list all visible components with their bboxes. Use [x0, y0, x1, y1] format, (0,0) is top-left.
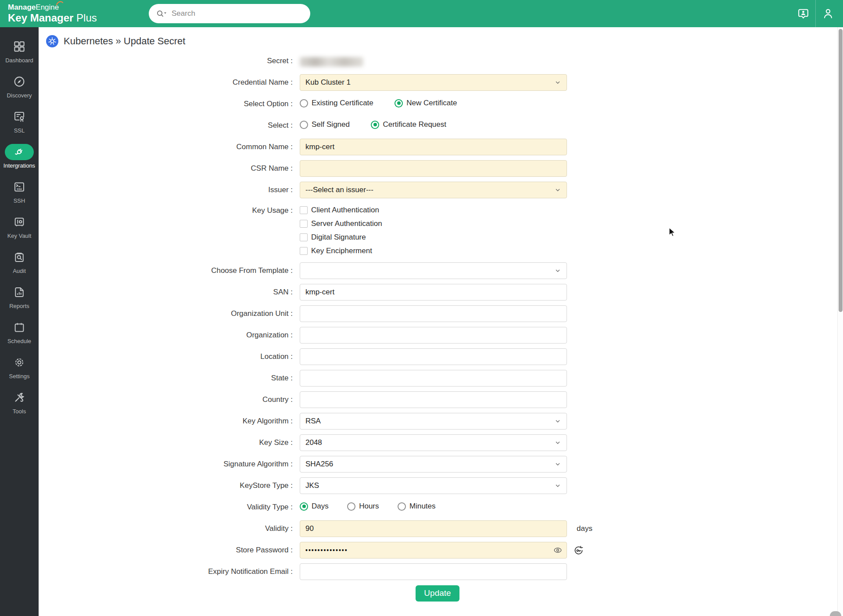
row-update: Update — [39, 585, 838, 602]
clipboard-search-icon — [13, 249, 26, 265]
organization-input[interactable] — [300, 327, 567, 344]
vertical-scrollbar[interactable] — [837, 27, 843, 616]
radio-hours[interactable]: Hours — [347, 502, 379, 511]
report-chart-icon — [13, 284, 26, 301]
select-label: Select — [39, 121, 300, 130]
expiry-email-label: Expiry Notification Email — [39, 567, 300, 576]
sidebar-item-audit[interactable]: Audit — [0, 244, 39, 279]
radio-minutes[interactable]: Minutes — [398, 502, 436, 511]
validity-type-label: Validity Type — [39, 503, 300, 512]
common-name-label: Common Name — [39, 143, 300, 151]
sidebar-item-key-vault[interactable]: Key Vault — [0, 209, 39, 244]
update-button[interactable]: Update — [416, 585, 459, 602]
sidebar-item-ssh[interactable]: SSH SSH — [0, 174, 39, 209]
store-password-input[interactable]: •••••••••••••• — [300, 542, 567, 559]
account-person-icon[interactable] — [816, 0, 840, 27]
key-size-select[interactable]: 2048 — [300, 434, 567, 451]
row-expiry-email: Expiry Notification Email — [39, 563, 838, 580]
radio-circle — [300, 121, 308, 129]
checkbox-key-encipherment[interactable]: Key Encipherment — [300, 244, 567, 258]
row-country: Country — [39, 391, 838, 408]
checkbox-digital-signature[interactable]: Digital Signature — [300, 230, 567, 244]
row-common-name: Common Name — [39, 139, 838, 155]
sidebar-item-tools[interactable]: Tools — [0, 384, 39, 419]
country-input[interactable] — [300, 391, 567, 408]
brand-manage: Manage — [8, 3, 36, 11]
radio-existing-certificate[interactable]: Existing Certificate — [300, 99, 373, 107]
user-assist-icon[interactable] — [791, 0, 815, 27]
app-header: ManageEngine Key Manager Plus — [0, 0, 843, 27]
breadcrumb-app[interactable]: Kubernetes — [64, 36, 113, 47]
validity-label: Validity — [39, 524, 300, 533]
signature-algorithm-label: Signature Algorithm — [39, 460, 300, 469]
breadcrumb-separator: » — [116, 36, 121, 47]
choose-template-select[interactable] — [300, 262, 567, 279]
compass-icon — [13, 74, 26, 90]
update-secret-form: Secret Credential Name Kub Cluster 1 Sel… — [39, 53, 838, 602]
san-input[interactable] — [300, 284, 567, 301]
brand-logo: ManageEngine Key Manager Plus — [8, 4, 97, 24]
credential-name-select[interactable]: Kub Cluster 1 — [300, 74, 567, 91]
tools-icon — [13, 390, 26, 406]
sidebar-item-schedule[interactable]: Schedule — [0, 314, 39, 349]
sidebar-nav: Dashboard Discovery SSL — [0, 27, 39, 616]
search-input[interactable] — [172, 9, 303, 18]
sidebar-item-ssl[interactable]: SSL — [0, 104, 39, 139]
row-secret: Secret — [39, 53, 838, 69]
row-select: Select Self Signed Certificate Request — [39, 117, 838, 134]
scrollbar-thumb[interactable] — [839, 29, 843, 312]
key-algorithm-value: RSA — [305, 417, 321, 426]
sidebar-item-settings[interactable]: Settings — [0, 349, 39, 384]
organization-unit-label: Organization Unit — [39, 309, 300, 318]
row-key-size: Key Size 2048 — [39, 434, 838, 451]
state-label: State — [39, 374, 300, 383]
chevron-down-icon — [554, 267, 561, 274]
row-select-option: Select Option Existing Certificate New C… — [39, 96, 838, 112]
chevron-down-icon — [554, 418, 561, 425]
search-bar[interactable] — [149, 4, 310, 23]
checkbox-server-authentication[interactable]: Server Authentication — [300, 217, 567, 230]
sidebar-item-integrations[interactable]: Intergrations — [0, 139, 39, 174]
main-content: Kubernetes»Update Secret Secret Credenti… — [39, 27, 838, 616]
radio-circle — [347, 502, 355, 511]
location-label: Location — [39, 352, 300, 361]
radio-new-certificate[interactable]: New Certificate — [395, 99, 457, 107]
common-name-input[interactable] — [300, 139, 567, 155]
row-choose-template: Choose From Template — [39, 262, 838, 279]
state-input[interactable] — [300, 370, 567, 387]
organization-unit-input[interactable] — [300, 305, 567, 322]
sidebar-item-discovery[interactable]: Discovery — [0, 68, 39, 104]
credential-name-value: Kub Cluster 1 — [305, 78, 351, 87]
kubernetes-icon — [46, 35, 59, 48]
row-key-algorithm: Key Algorithm RSA — [39, 413, 838, 430]
sidebar-item-reports[interactable]: Reports — [0, 279, 39, 314]
validity-suffix: days — [577, 524, 592, 533]
validity-input[interactable] — [300, 520, 567, 537]
sidebar-item-dashboard[interactable]: Dashboard — [0, 33, 39, 68]
ssh-terminal-icon: SSH — [13, 179, 26, 195]
row-keystore-type: KeyStore Type JKS — [39, 477, 838, 494]
radio-certificate-request[interactable]: Certificate Request — [371, 120, 446, 129]
csr-name-input[interactable] — [300, 160, 567, 177]
keystore-type-select[interactable]: JKS — [300, 477, 567, 494]
row-csr-name: CSR Name — [39, 160, 838, 177]
signature-algorithm-value: SHA256 — [305, 460, 333, 469]
radio-circle — [300, 99, 308, 107]
generate-password-icon[interactable] — [573, 544, 585, 556]
radio-self-signed[interactable]: Self Signed — [300, 120, 350, 129]
checkbox-client-authentication[interactable]: Client Authentication — [300, 203, 567, 217]
search-icon[interactable] — [156, 9, 167, 18]
expiry-email-input[interactable] — [300, 563, 567, 580]
row-validity: Validity days — [39, 520, 838, 537]
key-algorithm-select[interactable]: RSA — [300, 413, 567, 430]
page-title: Update Secret — [124, 36, 186, 47]
signature-algorithm-select[interactable]: SHA256 — [300, 456, 567, 473]
radio-days[interactable]: Days — [300, 502, 329, 511]
show-password-eye-icon[interactable] — [552, 545, 563, 557]
keystore-type-label: KeyStore Type — [39, 481, 300, 490]
breadcrumb: Kubernetes»Update Secret — [46, 34, 838, 48]
store-password-label: Store Password — [39, 546, 300, 555]
location-input[interactable] — [300, 348, 567, 365]
certificate-icon — [13, 109, 26, 125]
issuer-select[interactable]: ---Select an issuer--- — [300, 182, 567, 198]
